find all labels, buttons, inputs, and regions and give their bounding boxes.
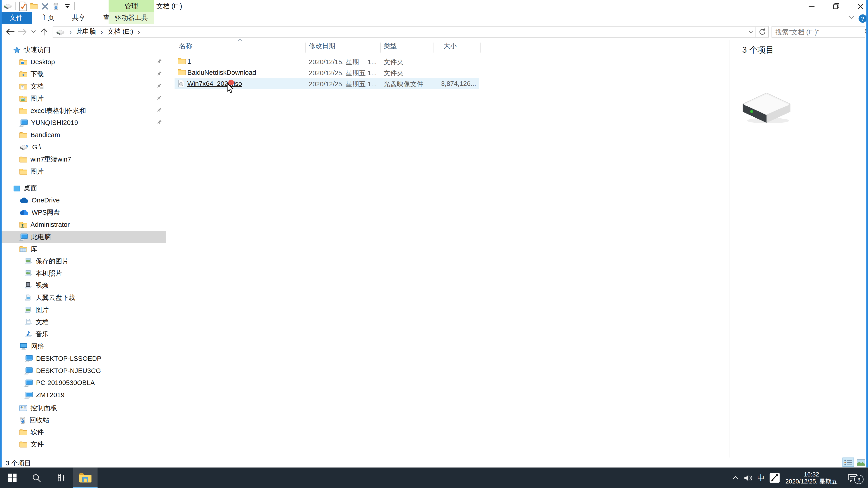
address-dropdown-icon[interactable] <box>745 30 755 33</box>
tree-item[interactable]: Desktop <box>0 56 166 68</box>
ime-tool-button[interactable] <box>767 467 782 488</box>
tree-item[interactable]: win7重装win7 <box>0 153 166 165</box>
up-button[interactable] <box>38 26 49 37</box>
task-view-button[interactable] <box>49 467 73 488</box>
show-desktop-divider[interactable] <box>866 469 866 486</box>
thumbnail-view-button[interactable] <box>855 457 867 467</box>
tree-item[interactable]: 音乐 <box>0 328 166 340</box>
file-name[interactable]: 1 <box>187 58 191 65</box>
onedrive-icon <box>20 197 28 203</box>
tree-item-label: PC-20190530OBLA <box>36 379 95 387</box>
tree-item-label: 此电脑 <box>31 232 51 241</box>
file-explorer-button[interactable] <box>73 467 98 488</box>
search-input[interactable] <box>772 27 862 37</box>
tree-item[interactable]: 图片 <box>0 304 166 316</box>
breadcrumb-chevron-icon[interactable]: › <box>134 28 143 36</box>
file-row[interactable]: 12020/12/15, 星期二 1...文件夹 <box>166 56 729 67</box>
lib-video-icon <box>24 282 32 289</box>
tab-share[interactable]: 共享 <box>63 12 94 24</box>
taskbar-search-button[interactable] <box>24 467 49 488</box>
tree-item[interactable]: Administrator <box>0 219 166 231</box>
tree-item[interactable]: 网络 <box>0 340 166 352</box>
volume-button[interactable] <box>742 467 755 488</box>
recent-locations-icon[interactable] <box>28 26 39 37</box>
tree-item[interactable]: excel表格制作求和 <box>0 105 166 117</box>
search-icon <box>32 473 41 482</box>
forward-button[interactable] <box>17 26 28 37</box>
column-header-2[interactable]: 类型 <box>383 41 397 51</box>
help-button[interactable]: ? <box>859 14 867 23</box>
tree-item[interactable]: 图片 <box>0 92 166 105</box>
sort-ascending-icon <box>237 39 243 41</box>
details-view-button[interactable] <box>842 457 854 467</box>
ribbon-tabs: 文件主页共享查看驱动器工具 <box>0 12 868 24</box>
tree-item[interactable]: PC-20190530OBLA <box>0 377 166 389</box>
tree-item[interactable]: 下载 <box>0 68 166 80</box>
tab-file[interactable]: 文件 <box>0 12 32 24</box>
tree-item[interactable]: 视频 <box>0 280 166 292</box>
tree-item[interactable]: 软件 <box>0 426 166 438</box>
tree-item[interactable]: 控制面板 <box>0 402 166 414</box>
tree-item[interactable]: Bandicam <box>0 129 166 141</box>
qat-recycle-button[interactable] <box>51 0 61 11</box>
qat-dropdown-button[interactable] <box>61 0 72 11</box>
tree-item[interactable]: 回收站 <box>0 414 166 426</box>
hidden-icons-button[interactable] <box>730 467 742 488</box>
tree-item-label: G:\ <box>32 143 41 151</box>
tree-item[interactable]: 天翼云盘下载 <box>0 292 166 304</box>
tree-item[interactable]: WPS网盘 <box>0 206 166 219</box>
tree-item[interactable]: ZMT2019 <box>0 389 166 401</box>
column-header-1[interactable]: 修改日期 <box>309 41 336 51</box>
breadcrumb-segment[interactable]: 此电脑 <box>75 27 97 37</box>
file-row[interactable]: BaiduNetdiskDownload2020/12/25, 星期五 1...… <box>166 67 729 78</box>
qat-delete-button[interactable] <box>39 0 51 11</box>
qat-drive-button[interactable] <box>2 0 13 11</box>
tree-item[interactable]: 桌面 <box>0 182 166 194</box>
tree-item[interactable]: 本机照片 <box>0 267 166 280</box>
qat-properties-button[interactable] <box>17 0 28 11</box>
breadcrumb-drive[interactable] <box>53 27 66 37</box>
tab-drive-tools[interactable]: 驱动器工具 <box>109 12 154 24</box>
column-header-3[interactable]: 大小 <box>443 41 457 51</box>
column-header-0[interactable]: 名称 <box>179 41 192 51</box>
restore-button[interactable] <box>830 0 842 11</box>
tree-item[interactable]: DESKTOP-NJEU3CG <box>0 365 166 377</box>
tree-item[interactable]: 此电脑 <box>0 231 166 243</box>
tree-item[interactable]: 文档 <box>0 316 166 328</box>
tree-item[interactable]: 图片 <box>0 165 166 177</box>
refresh-icon[interactable] <box>755 27 768 37</box>
file-name[interactable]: BaiduNetdiskDownload <box>187 69 256 76</box>
tree-item[interactable]: 文件 <box>0 438 166 451</box>
tab-home[interactable]: 主页 <box>32 12 63 24</box>
ribbon-collapse-icon[interactable] <box>848 15 855 20</box>
file-row[interactable]: Win7x64_2020.iso2020/12/25, 星期五 1...光盘映像… <box>166 78 729 89</box>
ime-mode-button[interactable]: 中 <box>755 467 767 488</box>
tree-item-label: 下载 <box>31 69 44 79</box>
tree-item-label: DESKTOP-NJEU3CG <box>36 367 101 375</box>
tree-item[interactable]: OneDrive <box>0 194 166 206</box>
tree-item-label: 本机照片 <box>35 269 62 278</box>
tree-item[interactable]: 文档 <box>0 80 166 92</box>
close-button[interactable] <box>854 0 866 11</box>
tree-item[interactable]: 库 <box>0 243 166 255</box>
pin-icon <box>156 120 162 126</box>
tree-item[interactable]: 保存的图片 <box>0 255 166 267</box>
computer-icon <box>24 392 33 399</box>
tree-item[interactable]: ?G:\ <box>0 141 166 153</box>
breadcrumb-chevron-icon[interactable]: › <box>66 28 75 36</box>
breadcrumb-segment[interactable]: 文档 (E:) <box>106 27 134 37</box>
tree-item[interactable]: 快速访问 <box>0 43 166 56</box>
taskbar-clock[interactable]: 16:32 2020/12/25, 星期五 <box>780 467 843 488</box>
tree-item[interactable]: DESKTOP-LSSOEDP <box>0 352 166 365</box>
start-button[interactable] <box>0 467 24 488</box>
qat-new-folder-button[interactable] <box>28 0 39 11</box>
star-icon <box>13 46 21 53</box>
breadcrumb-chevron-icon[interactable]: › <box>97 28 106 36</box>
column-separator <box>305 43 306 53</box>
column-separator <box>433 43 433 53</box>
toolbar-separator <box>74 2 75 10</box>
tree-item-label: 天翼云盘下载 <box>35 293 75 302</box>
back-button[interactable] <box>4 26 16 37</box>
tree-item[interactable]: YUNQISHI2019 <box>0 117 166 129</box>
minimize-button[interactable] <box>805 0 817 11</box>
